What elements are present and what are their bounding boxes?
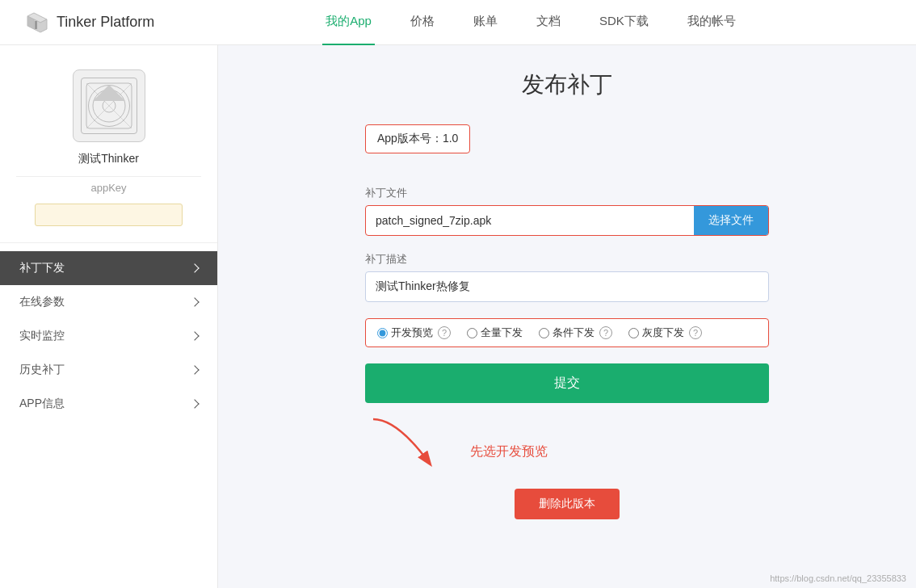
svg-rect-0 bbox=[35, 21, 37, 29]
sidebar-item-appinfo[interactable]: APP信息 bbox=[0, 387, 217, 421]
file-input-row: 选择文件 bbox=[365, 205, 769, 236]
patch-desc-label: 补丁描述 bbox=[365, 252, 769, 267]
radio-grayscale[interactable]: 灰度下发 ? bbox=[628, 326, 702, 340]
patch-desc-input[interactable] bbox=[365, 271, 769, 302]
radio-dev-preview[interactable]: 开发预览 ? bbox=[377, 326, 451, 340]
radio-dev-preview-input[interactable] bbox=[377, 328, 388, 338]
main-nav: 我的App 价格 账单 文档 SDK下载 我的帐号 bbox=[170, 0, 892, 45]
logo-icon bbox=[24, 10, 50, 36]
chevron-right-icon bbox=[190, 263, 199, 272]
main-content: 发布补丁 App版本号：1.0 补丁文件 选择文件 补丁描述 bbox=[218, 45, 916, 588]
sidebar-item-params[interactable]: 在线参数 bbox=[0, 285, 217, 319]
radio-conditional-label: 条件下发 bbox=[553, 326, 595, 340]
radio-conditional-input[interactable] bbox=[539, 328, 549, 338]
chevron-right-icon bbox=[190, 365, 199, 374]
page-title: 发布补丁 bbox=[267, 69, 868, 100]
arrow-svg bbox=[365, 411, 462, 476]
sidebar-item-patch[interactable]: 补丁下发 bbox=[0, 251, 217, 285]
header: Tinker Platform 我的App 价格 账单 文档 SDK下载 我的帐… bbox=[0, 0, 916, 45]
patch-file-label: 补丁文件 bbox=[365, 186, 769, 200]
nav-item-docs[interactable]: 文档 bbox=[533, 0, 564, 45]
patch-file-group: 补丁文件 选择文件 bbox=[365, 186, 769, 236]
radio-conditional[interactable]: 条件下发 ? bbox=[539, 326, 612, 340]
sidebar-item-history[interactable]: 历史补丁 bbox=[0, 353, 217, 387]
radio-grayscale-input[interactable] bbox=[628, 328, 639, 338]
radio-dev-preview-label: 开发预览 bbox=[391, 326, 433, 340]
grayscale-help-icon[interactable]: ? bbox=[689, 326, 702, 339]
file-input[interactable] bbox=[366, 206, 694, 235]
select-file-button[interactable]: 选择文件 bbox=[694, 206, 768, 235]
publish-form: App版本号：1.0 补丁文件 选择文件 补丁描述 开发预览 bbox=[365, 124, 769, 519]
logo-text: Tinker Platform bbox=[57, 14, 154, 31]
nav-item-price[interactable]: 价格 bbox=[407, 0, 438, 45]
annotation-text: 先选开发预览 bbox=[470, 443, 548, 460]
nav-item-account[interactable]: 我的帐号 bbox=[684, 0, 739, 45]
radio-full-dist-input[interactable] bbox=[467, 328, 477, 338]
app-name: 测试Thinker bbox=[78, 152, 139, 166]
sidebar: 测试Thinker appKey 补丁下发 在线参数 实时监控 历史补丁 bbox=[0, 45, 218, 588]
radio-full-dist[interactable]: 全量下发 bbox=[467, 326, 523, 340]
app-key-label: appKey bbox=[90, 182, 126, 194]
version-label: App版本号：1.0 bbox=[377, 132, 458, 145]
radio-full-dist-label: 全量下发 bbox=[481, 326, 523, 340]
submit-button[interactable]: 提交 bbox=[365, 363, 769, 403]
main-layout: 测试Thinker appKey 补丁下发 在线参数 实时监控 历史补丁 bbox=[0, 45, 916, 588]
distribution-radio-group: 开发预览 ? 全量下发 条件下发 ? 灰度下发 ? bbox=[365, 318, 769, 347]
logo-area: Tinker Platform bbox=[24, 10, 170, 36]
delete-version-button[interactable]: 删除此版本 bbox=[515, 489, 620, 519]
dev-preview-help-icon[interactable]: ? bbox=[438, 326, 451, 339]
app-icon-inner bbox=[81, 78, 137, 134]
app-icon-svg bbox=[85, 82, 133, 130]
app-icon bbox=[73, 69, 145, 142]
app-key-divider bbox=[16, 176, 201, 177]
footer-watermark: https://blog.csdn.net/qq_23355833 bbox=[770, 573, 906, 583]
version-row: App版本号：1.0 bbox=[365, 124, 470, 153]
chevron-right-icon bbox=[190, 297, 199, 306]
radio-grayscale-label: 灰度下发 bbox=[642, 326, 684, 340]
patch-desc-group: 补丁描述 bbox=[365, 252, 769, 302]
sidebar-item-monitor[interactable]: 实时监控 bbox=[0, 319, 217, 353]
sidebar-menu: 补丁下发 在线参数 实时监控 历史补丁 APP信息 bbox=[0, 251, 217, 421]
svg-point-2 bbox=[93, 90, 125, 122]
app-info: 测试Thinker appKey bbox=[0, 69, 217, 243]
nav-item-sdk[interactable]: SDK下载 bbox=[596, 0, 652, 45]
chevron-right-icon bbox=[190, 331, 199, 340]
nav-item-bill[interactable]: 账单 bbox=[470, 0, 501, 45]
svg-point-5 bbox=[103, 99, 116, 112]
nav-item-myapp[interactable]: 我的App bbox=[322, 0, 375, 45]
arrow-annotation: 先选开发预览 bbox=[365, 411, 769, 476]
chevron-right-icon bbox=[190, 399, 199, 408]
app-key-value bbox=[35, 204, 183, 226]
conditional-help-icon[interactable]: ? bbox=[599, 326, 612, 339]
